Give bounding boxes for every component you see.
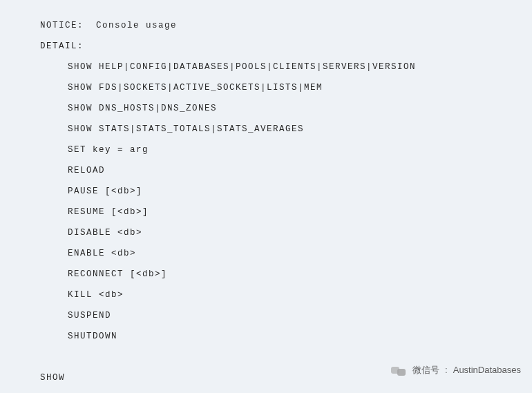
notice-line: NOTICE: Console usage xyxy=(40,15,532,36)
notice-text: Console usage xyxy=(96,21,177,30)
help-line: RESUME [<db>] xyxy=(40,202,532,222)
wechat-icon xyxy=(389,363,407,378)
watermark-label: 微信号 xyxy=(412,360,439,381)
help-line: KILL <db> xyxy=(40,285,532,305)
help-line: SHOW HELP|CONFIG|DATABASES|POOLS|CLIENTS… xyxy=(40,57,532,77)
notice-label: NOTICE: xyxy=(40,21,84,30)
watermark-value: AustinDatabases xyxy=(453,360,521,381)
help-line: DISABLE <db> xyxy=(40,222,532,243)
help-line: SHUTDOWN xyxy=(40,326,532,347)
help-line: SET key = arg xyxy=(40,140,532,160)
console-help-page: NOTICE: Console usage DETAIL: SHOW HELP|… xyxy=(0,0,532,393)
help-line: RECONNECT [<db>] xyxy=(40,264,532,285)
help-line: PAUSE [<db>] xyxy=(40,181,532,202)
help-line: SHOW FDS|SOCKETS|ACTIVE_SOCKETS|LISTS|ME… xyxy=(40,77,532,98)
help-line: ENABLE <db> xyxy=(40,243,532,264)
watermark-sep: : xyxy=(445,360,448,381)
wechat-watermark: 微信号: AustinDatabases xyxy=(389,360,521,381)
detail-label: DETAIL: xyxy=(40,36,532,57)
help-line: RELOAD xyxy=(40,160,532,181)
help-line: SHOW DNS_HOSTS|DNS_ZONES xyxy=(40,98,532,119)
help-line: SUSPEND xyxy=(40,305,532,326)
help-line: SHOW STATS|STATS_TOTALS|STATS_AVERAGES xyxy=(40,119,532,140)
